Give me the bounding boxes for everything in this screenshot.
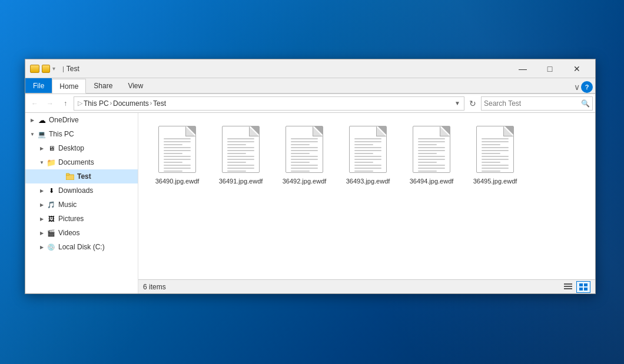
sidebar-item-music[interactable]: 🎵 Music [25,198,138,212]
back-button[interactable]: ← [28,96,42,111]
path-thispc[interactable]: This PC [84,99,109,108]
expand-test-icon [56,172,65,181]
path-documents[interactable]: Documents [113,99,149,108]
title-separator: | [62,65,64,72]
expand-videos-icon[interactable] [37,228,47,238]
view-details-button[interactable] [561,281,575,293]
sidebar-item-onedrive[interactable]: ☁ OneDrive [25,113,138,127]
search-box[interactable]: 🔍 [481,96,593,111]
file-icon-36490 [156,125,198,175]
expand-pictures-icon[interactable] [37,214,47,223]
file-icon-36495 [474,125,516,175]
sidebar-item-videos[interactable]: 🎬 Videos [25,226,138,240]
sidebar: ☁ OneDrive 💻 This PC 🖥 Desktop 📁 Documen… [25,113,138,293]
status-bar: 6 items [138,279,595,293]
view-large-button[interactable] [576,281,590,293]
file-item-36495[interactable]: 36495.jpg.ewdf [466,122,525,187]
music-label: Music [58,201,77,209]
file-name-36492: 36492.jpg.ewdf [283,178,327,185]
minimize-button[interactable]: — [509,59,536,78]
onedrive-label: OneDrive [49,116,79,124]
file-name-36493: 36493.jpg.ewdf [346,178,390,185]
sidebar-item-pictures[interactable]: 🖼 Pictures [25,212,138,226]
file-icon-36491 [220,125,262,175]
expand-thispc-icon[interactable] [28,129,37,139]
main-content: ☁ OneDrive 💻 This PC 🖥 Desktop 📁 Documen… [25,113,595,293]
sidebar-item-documents[interactable]: 📁 Documents [25,155,138,169]
desktop-icon: 🖥 [47,143,56,153]
sidebar-item-test[interactable]: Test [25,169,138,183]
item-count: 6 items [143,283,561,291]
window-controls: — □ ✕ [509,59,590,78]
svg-rect-8 [584,288,588,290]
window-title: Test [67,65,509,73]
file-name-36495: 36495.jpg.ewdf [473,178,517,185]
expand-desktop-icon[interactable] [37,143,47,153]
thispc-label: This PC [49,130,74,138]
address-bar: ← → ↑ ▷ This PC › Documents › Test ▼ ↻ 🔍 [25,94,595,113]
svg-rect-6 [584,283,588,286]
close-button[interactable]: ✕ [563,59,590,78]
expand-onedrive-icon[interactable] [28,115,37,125]
ribbon-tabs: File Home Share View ∨ ? [25,78,595,93]
thispc-icon: 💻 [37,129,47,139]
title-bar: ▾ | Test — □ ✕ [25,59,595,78]
search-input[interactable] [484,99,581,108]
sidebar-item-downloads[interactable]: ⬇ Downloads [25,183,138,198]
sidebar-item-thispc[interactable]: 💻 This PC [25,127,138,141]
up-button[interactable]: ↑ [58,96,72,111]
file-name-36494: 36494.jpg.ewdf [410,178,454,185]
window-icon-folder [30,65,39,73]
refresh-button[interactable]: ↻ [466,96,480,111]
expand-music-icon[interactable] [37,200,47,209]
address-path[interactable]: ▷ This PC › Documents › Test ▼ [74,96,464,111]
svg-rect-5 [579,283,583,286]
window-icon-folder2 [42,65,50,73]
ribbon-expand: ∨ ? [574,81,595,93]
file-name-36490: 36490.jpg.ewdf [155,178,200,185]
expand-documents-icon[interactable] [37,158,47,167]
search-icon[interactable]: 🔍 [581,99,590,108]
path-dropdown-icon[interactable]: ▼ [454,100,460,106]
svg-rect-4 [564,288,572,289]
path-test[interactable]: Test [153,99,166,108]
tab-file[interactable]: File [25,78,52,93]
expand-localdisk-icon[interactable] [37,242,47,252]
test-folder-icon [65,172,75,181]
file-item-36494[interactable]: 36494.jpg.ewdf [402,122,461,187]
file-item-36491[interactable]: 36491.jpg.ewdf [211,122,270,187]
forward-button[interactable]: → [43,96,57,111]
tab-view[interactable]: View [120,78,151,93]
videos-icon: 🎬 [47,228,56,238]
expand-downloads-icon[interactable] [37,186,47,195]
tab-home[interactable]: Home [52,79,86,93]
path-sep2: › [150,100,152,106]
file-item-36490[interactable]: 36490.jpg.ewdf [148,122,207,187]
file-item-36493[interactable]: 36493.jpg.ewdf [338,122,397,187]
documents-label: Documents [58,158,94,166]
localdisk-icon: 💿 [47,242,56,252]
svg-rect-7 [579,288,583,290]
file-icon-36494 [410,125,453,175]
file-name-36491: 36491.jpg.ewdf [219,178,263,185]
maximize-button[interactable]: □ [536,59,563,78]
svg-rect-3 [564,286,572,287]
tab-share[interactable]: Share [86,78,120,93]
sidebar-item-desktop[interactable]: 🖥 Desktop [25,141,138,155]
downloads-icon: ⬇ [47,186,56,195]
file-area: 36490.jpg.ewdf [138,113,595,293]
svg-rect-1 [66,173,69,175]
desktop-label: Desktop [58,144,84,152]
svg-rect-2 [564,283,572,285]
path-icon: ▷ [78,99,82,107]
sidebar-item-localdisk[interactable]: 💿 Local Disk (C:) [25,240,138,254]
ribbon: File Home Share View ∨ ? [25,78,595,94]
file-item-36492[interactable]: 36492.jpg.ewdf [275,122,334,187]
file-icon-36493 [347,125,389,175]
localdisk-label: Local Disk (C:) [58,243,105,251]
help-button[interactable]: ? [581,81,593,93]
documents-icon: 📁 [47,158,56,167]
videos-label: Videos [58,229,79,237]
ribbon-expand-icon[interactable]: ∨ [574,82,580,92]
pictures-icon: 🖼 [47,214,56,223]
